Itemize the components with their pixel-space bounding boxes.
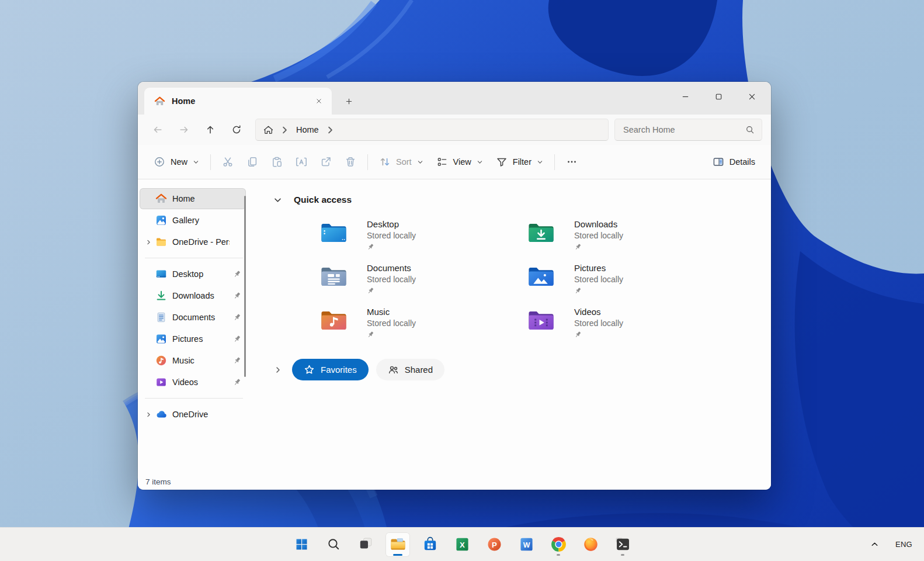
taskbar-button[interactable]: X: [450, 532, 474, 557]
pin-icon: [233, 356, 241, 365]
paste-button[interactable]: [266, 151, 288, 173]
sections-row: Favorites Shared: [273, 359, 771, 380]
chevron-right-icon[interactable]: [274, 366, 282, 374]
sidebar-item[interactable]: OneDrive - Personal: [140, 232, 245, 252]
search-task-icon: [325, 535, 343, 553]
chevron-down-icon[interactable]: [273, 196, 282, 205]
sidebar-item-label: Videos: [172, 378, 230, 387]
tab-close-button[interactable]: [311, 93, 327, 109]
folder-tile[interactable]: Downloads Stored locally: [527, 219, 735, 257]
back-arrow-icon: [152, 124, 163, 135]
documents-icon: [155, 311, 167, 323]
folder-tile[interactable]: Pictures Stored locally: [527, 263, 735, 301]
desktop: Home: [0, 0, 924, 561]
sidebar-item[interactable]: Documents: [140, 307, 245, 327]
folder-tile[interactable]: Music Stored locally: [320, 307, 527, 345]
plus-icon: [345, 97, 353, 106]
filter-button[interactable]: Filter: [489, 151, 550, 173]
breadcrumb-segment[interactable]: Home: [296, 125, 319, 134]
section-pill[interactable]: Shared: [376, 359, 444, 380]
sidebar-item-label: OneDrive: [172, 410, 230, 419]
back-button[interactable]: [147, 119, 168, 140]
cut-icon: [222, 156, 234, 168]
folder-name: Desktop: [367, 219, 416, 229]
address-bar[interactable]: Home: [255, 119, 609, 141]
up-button[interactable]: [199, 119, 221, 140]
quick-access-header[interactable]: Quick access: [273, 193, 771, 206]
share-button[interactable]: [315, 151, 337, 173]
sidebar-item[interactable]: Home: [140, 189, 245, 209]
folder-tile[interactable]: Videos Stored locally: [527, 307, 735, 345]
view-button[interactable]: View: [430, 151, 489, 173]
folder-status: Stored locally: [367, 275, 416, 284]
forward-button[interactable]: [173, 119, 194, 140]
maximize-button[interactable]: [705, 86, 732, 107]
taskbar-icons: X P W: [289, 532, 635, 557]
people-icon: [388, 364, 399, 375]
home-icon: [155, 193, 167, 205]
title-bar[interactable]: Home: [138, 82, 771, 115]
chevron-right-icon[interactable]: [143, 238, 155, 245]
taskbar-button[interactable]: [418, 532, 442, 557]
folder-documents-icon: [320, 265, 348, 289]
taskbar-button[interactable]: P: [482, 532, 506, 557]
star-icon: [304, 364, 315, 375]
rename-button[interactable]: [290, 151, 312, 173]
forward-arrow-icon: [179, 124, 189, 135]
new-button[interactable]: New: [147, 151, 206, 173]
sidebar-item-label: Gallery: [172, 216, 230, 225]
refresh-button[interactable]: [225, 119, 247, 140]
sidebar-item[interactable]: Desktop: [140, 264, 245, 284]
taskbar-button[interactable]: [385, 532, 410, 557]
chevron-down-icon: [477, 159, 483, 165]
details-label: Details: [730, 157, 755, 167]
taskbar-button[interactable]: [289, 532, 314, 557]
sidebar-item[interactable]: Pictures: [140, 329, 245, 349]
minimize-button[interactable]: [672, 86, 699, 107]
section-pill[interactable]: Favorites: [292, 359, 369, 380]
search-input[interactable]: [622, 124, 745, 135]
folder-tile[interactable]: Desktop Stored locally: [320, 219, 527, 257]
sidebar-item[interactable]: Videos: [140, 372, 245, 392]
taskbar-button[interactable]: [610, 532, 635, 557]
firefox-icon: [582, 535, 600, 553]
taskbar-button[interactable]: [353, 532, 378, 557]
language-indicator[interactable]: ENG: [895, 540, 912, 549]
show-hidden-icons-chevron[interactable]: [870, 540, 879, 549]
taskbar-button[interactable]: W: [514, 532, 539, 557]
command-bar: New Sort: [138, 145, 771, 179]
folder-status: Stored locally: [367, 231, 416, 240]
pin-icon: [233, 270, 241, 278]
chrome-icon: [550, 535, 568, 553]
sidebar-scrollbar[interactable]: [244, 196, 246, 377]
pin-icon: [367, 331, 374, 338]
onedrive-icon: [155, 408, 167, 420]
sidebar-item-label: Music: [172, 356, 230, 365]
sidebar-item[interactable]: Downloads: [140, 286, 245, 306]
sidebar-item[interactable]: OneDrive: [140, 404, 245, 424]
sidebar-item[interactable]: Music: [140, 351, 245, 370]
toolbar-separator: [554, 154, 555, 170]
sidebar-item[interactable]: Gallery: [140, 210, 245, 230]
search-box[interactable]: [614, 119, 762, 141]
sort-button[interactable]: Sort: [373, 151, 430, 173]
folder-tile[interactable]: Documents Stored locally: [320, 263, 527, 301]
copy-button[interactable]: [241, 151, 263, 173]
pin-icon: [233, 335, 241, 343]
chevron-right-icon[interactable]: [143, 411, 155, 418]
sort-label: Sort: [396, 157, 412, 167]
pin-icon: [367, 243, 374, 251]
taskbar-button[interactable]: [321, 532, 346, 557]
see-more-button[interactable]: [561, 151, 583, 173]
details-button[interactable]: Details: [706, 151, 762, 173]
close-window-button[interactable]: [738, 86, 765, 107]
taskbar-button[interactable]: [546, 532, 571, 557]
content-pane: Quick access Desktop Stored locally: [250, 179, 771, 473]
new-tab-button[interactable]: [340, 92, 357, 110]
taskbar-button[interactable]: [578, 532, 603, 557]
cut-button[interactable]: [217, 151, 239, 173]
folder-music-icon: [320, 309, 348, 333]
delete-button[interactable]: [339, 151, 362, 173]
explorer-tab-home[interactable]: Home: [144, 88, 332, 115]
sidebar-item-label: Documents: [172, 313, 230, 322]
